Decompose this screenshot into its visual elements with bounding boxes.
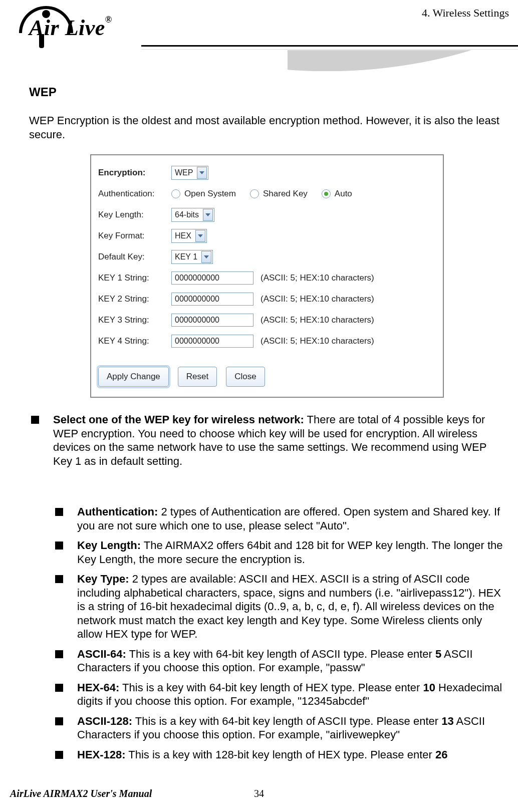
header-swoosh-icon <box>288 50 518 71</box>
page-header: Air Live® 4. Wireless Settings <box>0 0 518 83</box>
key2-input[interactable]: 0000000000 <box>171 293 253 306</box>
key1-value: 0000000000 <box>175 273 219 283</box>
brand-name: Air Live <box>29 16 105 40</box>
key-format-label: Key Format: <box>98 230 171 241</box>
section-title: WEP <box>29 85 505 100</box>
key2-label: KEY 2 String: <box>98 294 171 304</box>
bullet-text-pre: This is a key with 64-bit key length of … <box>119 681 423 694</box>
footer-page-number: 34 <box>254 787 264 800</box>
bullet-bold: HEX-64: <box>77 681 119 694</box>
auth-shared-key-radio[interactable]: Shared Key <box>250 188 308 199</box>
close-button[interactable]: Close <box>226 367 265 387</box>
wep-settings-panel: Encryption: WEP Authentication: Open Sys… <box>90 154 444 398</box>
default-key-value: KEY 1 <box>175 252 197 262</box>
bullet-bold: Key Type: <box>77 573 129 585</box>
radio-icon <box>171 189 180 198</box>
list-item: Key Length: The AIRMAX2 offers 64bit and… <box>53 538 505 566</box>
reset-button[interactable]: Reset <box>178 367 217 387</box>
radio-label: Open System <box>184 188 236 199</box>
button-bar: Apply Change Reset Close <box>98 367 436 387</box>
list-item: Key Type: 2 types are available: ASCII a… <box>53 572 505 641</box>
default-key-select[interactable]: KEY 1 <box>171 250 213 264</box>
list-item: HEX-128: This is a key with 128-bit key … <box>53 748 505 762</box>
key-length-value: 64-bits <box>175 210 199 220</box>
encryption-label: Encryption: <box>98 167 171 178</box>
bullet-text-pre: This is a key with 64-bit key length of … <box>132 715 441 727</box>
bullet-bold: HEX-128: <box>77 748 126 761</box>
key2-value: 0000000000 <box>175 294 219 304</box>
auth-open-system-radio[interactable]: Open System <box>171 188 236 199</box>
chevron-down-icon <box>203 209 213 221</box>
section-intro: WEP Encryption is the oldest and most av… <box>29 114 505 141</box>
default-key-label: Default Key: <box>98 251 171 262</box>
key4-input[interactable]: 0000000000 <box>171 335 253 348</box>
chapter-label: 4. Wireless Settings <box>422 6 509 20</box>
key4-value: 0000000000 <box>175 336 219 346</box>
key-hint: (ASCII: 5; HEX:10 characters) <box>261 315 374 325</box>
radio-icon <box>322 189 331 198</box>
authentication-radios: Open System Shared Key Auto <box>171 188 352 199</box>
nested-bullet-list: Authentication: 2 types of Authenticatio… <box>53 505 505 761</box>
key4-label: KEY 4 String: <box>98 336 171 346</box>
bullet-text-pre: This is a key with 64-bit key length of … <box>126 648 435 660</box>
key-hint: (ASCII: 5; HEX:10 characters) <box>261 336 374 346</box>
authentication-label: Authentication: <box>98 188 171 199</box>
key1-label: KEY 1 String: <box>98 273 171 283</box>
brand-logo: Air Live® <box>29 14 112 42</box>
list-item: ASCII-128: This is a key with 64-bit key… <box>53 714 505 742</box>
auth-auto-radio[interactable]: Auto <box>322 188 352 199</box>
bullet-num: 26 <box>435 748 447 761</box>
chevron-down-icon <box>201 251 211 263</box>
key-format-value: HEX <box>175 231 191 241</box>
main-bullet-list: Select one of the WEP key for wireless n… <box>29 413 505 468</box>
page-footer: AirLive AIRMAX2 User's Manual 34 <box>0 787 518 800</box>
bullet-text: 2 types are available: ASCII and HEX. AS… <box>77 573 501 640</box>
bullet-text-pre: This is a key with 128-bit key length of… <box>126 748 435 761</box>
chevron-down-icon <box>195 230 205 242</box>
list-item: HEX-64: This is a key with 64-bit key le… <box>53 681 505 708</box>
key-length-label: Key Length: <box>98 209 171 220</box>
bullet-bold: ASCII-64: <box>77 648 126 660</box>
key3-input[interactable]: 0000000000 <box>171 314 253 327</box>
header-rule-thin <box>141 49 518 50</box>
key-hint: (ASCII: 5; HEX:10 characters) <box>261 294 374 304</box>
key1-input[interactable]: 0000000000 <box>171 272 253 285</box>
encryption-value: WEP <box>175 168 193 178</box>
bullet-bold: ASCII-128: <box>77 715 132 727</box>
bullet-bold: Select one of the WEP key for wireless n… <box>53 413 304 426</box>
key-hint: (ASCII: 5; HEX:10 characters) <box>261 273 374 283</box>
bullet-num: 5 <box>435 648 441 660</box>
radio-label: Auto <box>335 188 352 199</box>
bullet-bold: Key Length: <box>77 539 141 552</box>
key-format-select[interactable]: HEX <box>171 229 207 243</box>
encryption-select[interactable]: WEP <box>171 166 208 180</box>
bullet-text: The AIRMAX2 offers 64bit and 128 bit for… <box>77 539 502 566</box>
list-item: ASCII-64: This is a key with 64-bit key … <box>53 647 505 675</box>
bullet-bold: Authentication: <box>77 505 158 518</box>
list-item: Authentication: 2 types of Authenticatio… <box>53 505 505 532</box>
footer-manual: AirLive AIRMAX2 User's Manual <box>0 787 152 800</box>
radio-label: Shared Key <box>263 188 308 199</box>
key-length-select[interactable]: 64-bits <box>171 208 214 222</box>
key3-value: 0000000000 <box>175 315 219 325</box>
apply-change-button[interactable]: Apply Change <box>98 367 169 387</box>
key3-label: KEY 3 String: <box>98 315 171 325</box>
bullet-num: 13 <box>441 715 453 727</box>
chevron-down-icon <box>197 167 207 179</box>
radio-icon <box>250 189 259 198</box>
header-rule <box>141 45 518 47</box>
registered-mark: ® <box>105 15 112 25</box>
list-item: Select one of the WEP key for wireless n… <box>29 413 505 468</box>
bullet-num: 10 <box>423 681 435 694</box>
